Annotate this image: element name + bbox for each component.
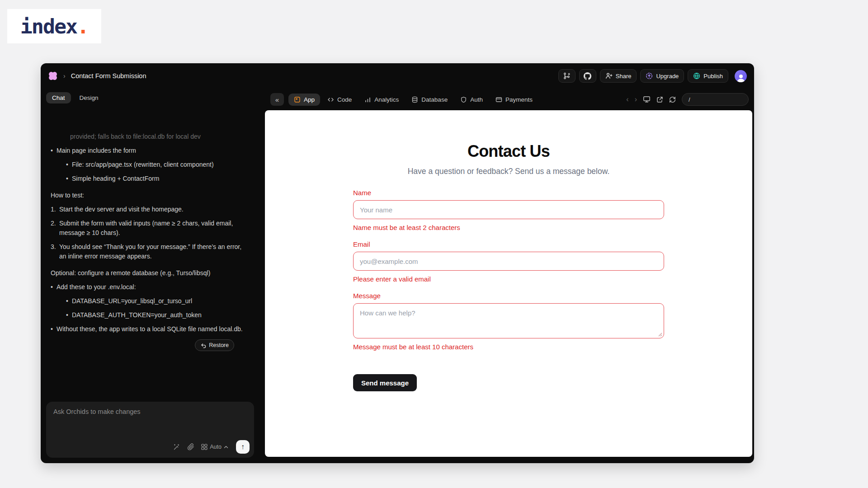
chat-composer: Auto ↑ bbox=[46, 402, 254, 458]
composer-input[interactable] bbox=[46, 402, 254, 433]
chat-line: 1.Start the dev server and visit the hom… bbox=[51, 205, 247, 214]
app-window-icon bbox=[294, 96, 301, 103]
message-label: Message bbox=[353, 292, 664, 300]
undo-icon bbox=[200, 343, 206, 348]
app-window: › Contact Form Submission bbox=[41, 63, 754, 463]
restore-row: Restore bbox=[51, 339, 247, 351]
tab-app-label: App bbox=[304, 96, 315, 103]
restore-button[interactable]: Restore bbox=[195, 339, 234, 351]
orchids-flower-icon[interactable] bbox=[48, 71, 58, 81]
contact-page: Contact Us Have a question or feedback? … bbox=[353, 142, 664, 391]
list-number: 2. bbox=[51, 219, 56, 228]
index-logo-text: index. bbox=[20, 14, 89, 38]
tab-chat[interactable]: Chat bbox=[46, 92, 71, 103]
refresh-icon[interactable] bbox=[669, 96, 676, 103]
tab-database-label: Database bbox=[421, 96, 448, 103]
model-selector[interactable]: Auto bbox=[201, 444, 228, 450]
tab-analytics[interactable]: Analytics bbox=[359, 94, 404, 106]
chat-line: How to test: bbox=[51, 191, 247, 200]
globe-icon bbox=[693, 72, 700, 80]
chat-line: Simple heading + ContactForm bbox=[66, 174, 247, 183]
chevron-up-icon bbox=[224, 446, 228, 449]
composer-controls: Auto ↑ bbox=[173, 440, 250, 454]
chat-line: 3.You should see “Thank you for your mes… bbox=[51, 242, 247, 261]
tab-payments-label: Payments bbox=[505, 96, 533, 103]
index-logo-dot: . bbox=[77, 14, 88, 38]
list-number: 1. bbox=[51, 205, 56, 214]
database-icon bbox=[411, 96, 418, 103]
contact-form: Name Name must be at least 2 characters … bbox=[353, 189, 664, 391]
magic-edit-icon[interactable] bbox=[173, 443, 180, 450]
share-label: Share bbox=[616, 73, 632, 80]
avatar[interactable] bbox=[735, 70, 747, 82]
name-label: Name bbox=[353, 189, 664, 197]
chat-sidebar: Chat Design provided; falls back to file… bbox=[41, 89, 265, 463]
collapse-sidebar-button[interactable]: « bbox=[270, 93, 284, 106]
message-textarea[interactable] bbox=[353, 303, 664, 338]
page-title: Contact Us bbox=[353, 142, 664, 161]
email-error: Please enter a valid email bbox=[353, 275, 664, 283]
chat-line: Add these to your .env.local: bbox=[51, 282, 247, 292]
model-label: Auto bbox=[210, 444, 222, 450]
email-field-group: Email Please enter a valid email bbox=[353, 240, 664, 283]
app-preview: Contact Us Have a question or feedback? … bbox=[265, 110, 752, 457]
branch-button[interactable] bbox=[558, 69, 576, 83]
chat-line: provided; falls back to file:local.db fo… bbox=[70, 134, 247, 141]
chat-line: Main page includes the form bbox=[51, 146, 247, 155]
chat-transcript[interactable]: provided; falls back to file:local.db fo… bbox=[41, 134, 265, 397]
github-button[interactable] bbox=[579, 69, 596, 83]
nav-forward-icon[interactable]: › bbox=[635, 96, 637, 103]
bar-chart-icon bbox=[364, 96, 371, 103]
chat-line: Without these, the app writes to a local… bbox=[51, 324, 247, 334]
chat-line: Optional: configure a remote database (e… bbox=[51, 268, 247, 278]
open-external-icon[interactable] bbox=[656, 96, 663, 103]
git-branch-icon bbox=[563, 72, 571, 80]
email-label: Email bbox=[353, 240, 664, 248]
upgrade-label: Upgrade bbox=[656, 73, 679, 80]
name-input[interactable] bbox=[353, 200, 664, 219]
github-icon bbox=[584, 72, 591, 80]
chat-line: 2.Submit the form with valid inputs (nam… bbox=[51, 219, 247, 238]
tab-app[interactable]: App bbox=[288, 94, 320, 106]
email-input[interactable] bbox=[353, 252, 664, 271]
nav-back-icon[interactable]: ‹ bbox=[626, 96, 628, 103]
name-field-group: Name Name must be at least 2 characters bbox=[353, 189, 664, 231]
device-monitor-icon[interactable] bbox=[643, 96, 651, 103]
shield-icon bbox=[460, 96, 467, 103]
share-button[interactable]: Share bbox=[600, 69, 637, 83]
upgrade-button[interactable]: Upgrade bbox=[640, 69, 684, 83]
tab-code[interactable]: Code bbox=[322, 94, 357, 106]
preview-toolbar: « App Code Ana bbox=[265, 89, 754, 110]
tab-analytics-label: Analytics bbox=[374, 96, 399, 103]
publish-button[interactable]: Publish bbox=[688, 69, 728, 83]
tab-payments[interactable]: Payments bbox=[490, 94, 538, 106]
arrow-up-icon: ↑ bbox=[241, 443, 245, 451]
code-icon bbox=[327, 96, 334, 103]
breadcrumb-chevron-icon: › bbox=[63, 72, 66, 80]
chat-line: DATABASE_URL=your_libsql_or_turso_url bbox=[66, 296, 247, 306]
tab-auth-label: Auth bbox=[470, 96, 483, 103]
chat-line: File: src/app/page.tsx (rewritten, clien… bbox=[66, 160, 247, 169]
name-error: Name must be at least 2 characters bbox=[353, 224, 664, 231]
chat-line: DATABASE_AUTH_TOKEN=your_auth_token bbox=[66, 310, 247, 320]
message-error: Message must be at least 10 characters bbox=[353, 343, 664, 351]
upgrade-icon bbox=[646, 72, 653, 80]
send-chat-button[interactable]: ↑ bbox=[236, 440, 250, 454]
tab-code-label: Code bbox=[337, 96, 352, 103]
header-actions: Share Upgrade Publish bbox=[558, 69, 747, 83]
tab-auth[interactable]: Auth bbox=[455, 94, 488, 106]
index-logo: index. bbox=[7, 9, 101, 43]
attachment-icon[interactable] bbox=[187, 443, 194, 450]
project-title: Contact Form Submission bbox=[71, 72, 146, 80]
person-add-icon bbox=[605, 72, 613, 80]
message-field-group: Message Message must be at least 10 char… bbox=[353, 292, 664, 351]
model-grid-icon bbox=[201, 444, 208, 450]
page-subtitle: Have a question or feedback? Send us a m… bbox=[353, 167, 664, 176]
tab-design[interactable]: Design bbox=[74, 92, 104, 103]
tab-database[interactable]: Database bbox=[406, 94, 453, 106]
browser-controls: ‹ › / bbox=[626, 93, 749, 106]
send-message-button[interactable]: Send message bbox=[353, 374, 417, 391]
restore-label: Restore bbox=[209, 341, 229, 350]
url-bar[interactable]: / bbox=[682, 93, 749, 106]
publish-label: Publish bbox=[703, 73, 723, 80]
